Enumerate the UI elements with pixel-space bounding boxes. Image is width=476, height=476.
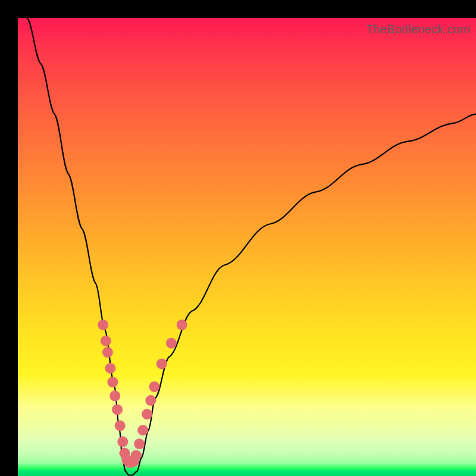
sample-dot <box>142 409 152 419</box>
sample-dot <box>115 420 126 431</box>
sample-dot <box>145 395 156 406</box>
sample-dot <box>102 347 113 358</box>
sample-dot <box>98 320 108 330</box>
plot-area: TheBottleneck.com <box>18 18 476 476</box>
sample-dot <box>149 381 160 392</box>
sample-dot <box>177 320 187 330</box>
curve-svg <box>18 18 476 476</box>
sample-dot <box>137 425 148 436</box>
sample-dot <box>112 404 123 415</box>
sample-dot <box>101 336 111 346</box>
sample-dot <box>107 377 118 387</box>
sample-dot <box>134 439 145 449</box>
bottleneck-curve <box>27 18 476 475</box>
sample-dot <box>105 363 116 374</box>
sample-dot <box>156 358 167 369</box>
dot-group <box>98 320 187 468</box>
sample-dot <box>131 450 142 461</box>
sample-dot <box>109 390 120 401</box>
chart-frame: TheBottleneck.com <box>0 0 476 476</box>
sample-dot <box>117 436 128 447</box>
sample-dot <box>166 338 177 349</box>
